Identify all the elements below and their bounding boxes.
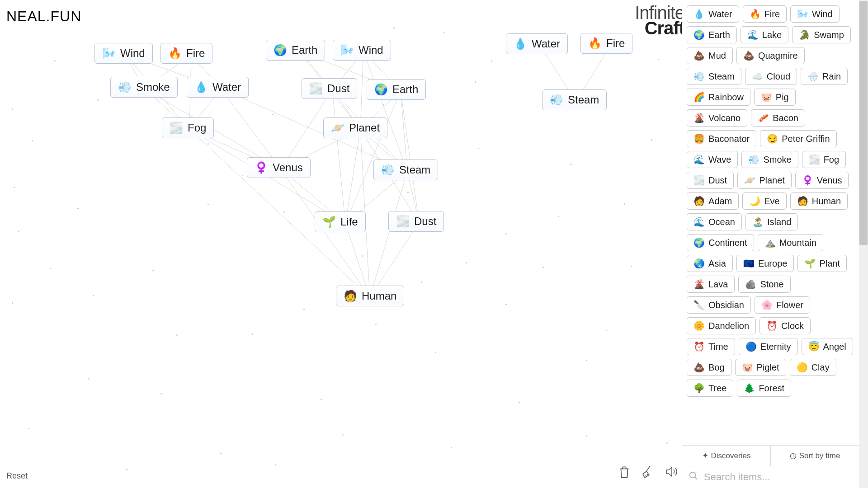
inventory-item-mud[interactable]: 💩Mud xyxy=(687,47,733,64)
inventory-item-venus[interactable]: ♀️Venus xyxy=(795,172,849,189)
canvas-node-dust[interactable]: 🌫️Dust xyxy=(302,78,357,99)
inventory-item-clay[interactable]: 🟡Clay xyxy=(790,359,836,376)
inventory-item-time[interactable]: ⏰Time xyxy=(687,338,735,355)
inventory-item-ocean[interactable]: 🌊Ocean xyxy=(687,213,742,230)
inventory-item-baconator[interactable]: 🍔Baconator xyxy=(687,130,756,147)
inventory-item-island[interactable]: 🏝️Island xyxy=(745,213,798,230)
inventory-item-lava[interactable]: 🌋Lava xyxy=(687,276,735,293)
canvas-node-fog[interactable]: 🌫️Fog xyxy=(162,117,214,138)
dust-icon: 🌫️ xyxy=(693,175,705,186)
inventory-item-volcano[interactable]: 🌋Volcano xyxy=(687,109,747,127)
discoveries-button[interactable]: ✦ Discoveries xyxy=(682,446,770,466)
inventory-item-continent[interactable]: 🌍Continent xyxy=(687,234,754,251)
page-scrollbar-thumb[interactable] xyxy=(859,1,868,245)
inventory-item-forest[interactable]: 🌲Forest xyxy=(737,380,791,397)
item-label: Mountain xyxy=(779,238,816,248)
canvas-node-dust[interactable]: 🌫️Dust xyxy=(388,211,444,232)
item-label: Mud xyxy=(708,51,726,61)
inventory-item-pig[interactable]: 🐷Pig xyxy=(754,89,796,106)
trash-icon[interactable] xyxy=(618,465,630,482)
inventory-item-earth[interactable]: 🌍Earth xyxy=(687,26,737,43)
broom-icon[interactable] xyxy=(641,465,654,482)
inventory-item-wave[interactable]: 🌊Wave xyxy=(687,151,738,168)
inventory-item-adam[interactable]: 🧑Adam xyxy=(687,192,739,210)
inventory-item-rainbow[interactable]: 🌈Rainbow xyxy=(687,89,750,106)
item-label: Wind xyxy=(812,9,833,19)
canvas-node-steam[interactable]: 💨Steam xyxy=(373,160,438,180)
inventory-item-swamp[interactable]: 🐊Swamp xyxy=(792,26,851,43)
canvas-node-earth[interactable]: 🌍Earth xyxy=(367,79,426,100)
inventory-item-rain[interactable]: 🌧️Rain xyxy=(801,68,848,85)
sparkle-icon: ✦ xyxy=(702,451,708,460)
inventory-item-stone[interactable]: 🪨Stone xyxy=(738,276,790,293)
background-dot xyxy=(50,268,51,269)
background-dot xyxy=(93,295,94,296)
inventory-item-fog[interactable]: 🌫️Fog xyxy=(802,151,846,168)
canvas-node-smoke[interactable]: 💨Smoke xyxy=(110,77,178,98)
canvas-node-water[interactable]: 💧Water xyxy=(187,77,249,98)
lake-icon: 🌊 xyxy=(747,29,759,40)
inventory-item-water[interactable]: 💧Water xyxy=(687,5,739,23)
sound-icon[interactable] xyxy=(665,465,678,481)
background-dot xyxy=(303,309,305,310)
background-dot xyxy=(542,267,544,268)
inventory-item-human[interactable]: 🧑Human xyxy=(790,192,848,210)
water-icon: 💧 xyxy=(194,81,208,94)
inventory-item-europe[interactable]: 🇪🇺Europe xyxy=(736,255,794,272)
inventory-item-mountain[interactable]: ⛰️Mountain xyxy=(758,234,823,251)
background-dot xyxy=(126,469,127,470)
search-input[interactable] xyxy=(703,471,853,483)
sort-by-time-button[interactable]: ◷ Sort by time xyxy=(770,446,859,466)
inventory-item-dandelion[interactable]: 🌼Dandelion xyxy=(687,317,756,334)
inventory-item-bacon[interactable]: 🥓Bacon xyxy=(751,109,805,127)
canvas-node-fire[interactable]: 🔥Fire xyxy=(160,43,212,64)
item-label: Smoke xyxy=(763,155,791,165)
reset-button[interactable]: Reset xyxy=(6,471,28,481)
inventory-item-peter-griffin[interactable]: 😏Peter Griffin xyxy=(760,130,836,147)
inventory-item-plant[interactable]: 🌱Plant xyxy=(797,255,847,272)
inventory-item-steam[interactable]: 💨Steam xyxy=(687,68,741,85)
inventory-item-angel[interactable]: 😇Angel xyxy=(802,338,853,355)
inventory-item-fire[interactable]: 🔥Fire xyxy=(743,5,787,23)
background-dot xyxy=(505,304,507,305)
site-logo[interactable]: NEAL.FUN xyxy=(6,8,81,25)
canvas-node-fire[interactable]: 🔥Fire xyxy=(580,33,632,54)
background-dot xyxy=(176,334,178,336)
inventory-item-lake[interactable]: 🌊Lake xyxy=(741,26,788,43)
inventory-item-quagmire[interactable]: 💩Quagmire xyxy=(736,47,805,64)
inventory-item-eve[interactable]: 🌙Eve xyxy=(742,192,786,210)
inventory-item-tree[interactable]: 🌳Tree xyxy=(687,380,733,397)
inventory-item-eternity[interactable]: 🔵Eternity xyxy=(739,338,798,355)
inventory-item-piglet[interactable]: 🐷Piglet xyxy=(735,359,786,376)
page-scrollbar-track[interactable] xyxy=(859,0,868,488)
bacon-icon: 🥓 xyxy=(758,113,769,123)
inventory-item-asia[interactable]: 🌏Asia xyxy=(687,255,733,272)
canvas-node-water[interactable]: 💧Water xyxy=(506,33,568,54)
canvas-node-steam[interactable]: 💨Steam xyxy=(542,89,607,110)
item-label: Rainbow xyxy=(708,92,744,103)
canvas-node-venus[interactable]: ♀️Venus xyxy=(247,157,311,178)
canvas-node-planet[interactable]: 🪐Planet xyxy=(323,117,387,138)
baconator-icon: 🍔 xyxy=(693,133,705,144)
inventory-item-bog[interactable]: 💩Bog xyxy=(687,359,731,376)
crafting-canvas[interactable]: 🌬️Wind🔥Fire💨Smoke💧Water🌫️Fog🌍Earth🌬️Wind… xyxy=(0,0,682,488)
svg-line-30 xyxy=(332,90,345,223)
canvas-node-human[interactable]: 🧑Human xyxy=(336,286,404,306)
inventory-item-cloud[interactable]: ☁️Cloud xyxy=(745,68,797,85)
canvas-node-earth[interactable]: 🌍Earth xyxy=(266,40,325,61)
inventory-item-wind[interactable]: 🌬️Wind xyxy=(790,5,840,23)
background-dot xyxy=(435,352,436,353)
canvas-node-wind[interactable]: 🌬️Wind xyxy=(94,43,153,64)
background-dot xyxy=(152,270,154,271)
inventory-item-obsidian[interactable]: 🔪Obsidian xyxy=(687,296,751,314)
inventory-item-dust[interactable]: 🌫️Dust xyxy=(687,172,734,189)
inventory-item-flower[interactable]: 🌸Flower xyxy=(755,296,810,314)
item-label: Tree xyxy=(708,383,726,394)
inventory-item-smoke[interactable]: 💨Smoke xyxy=(741,151,798,168)
inventory-item-planet[interactable]: 🪐Planet xyxy=(737,172,792,189)
inventory-item-clock[interactable]: ⏰Clock xyxy=(760,317,811,334)
wind-icon: 🌬️ xyxy=(797,9,808,19)
inventory-panel[interactable]: 💧Water🔥Fire🌬️Wind🌍Earth🌊Lake🐊Swamp💩Mud💩Q… xyxy=(682,0,859,445)
canvas-node-life[interactable]: 🌱Life xyxy=(315,211,366,232)
canvas-node-wind[interactable]: 🌬️Wind xyxy=(333,40,391,61)
